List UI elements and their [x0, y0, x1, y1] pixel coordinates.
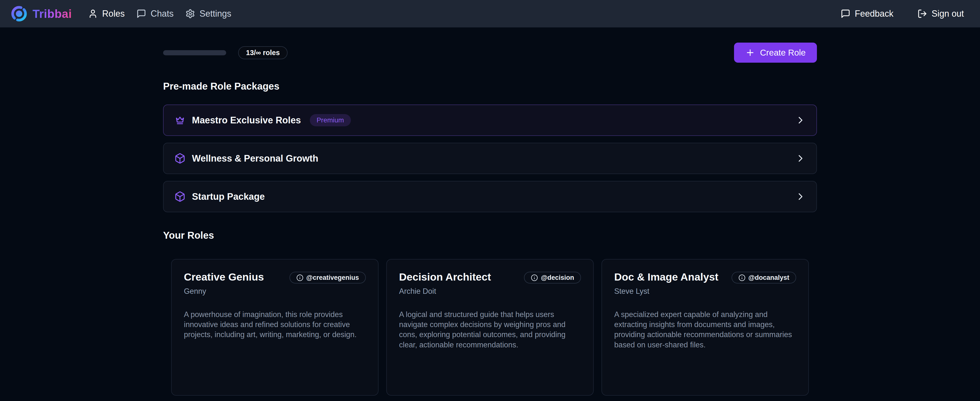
chat-icon: [137, 9, 146, 19]
role-title: Decision Architect: [399, 271, 491, 283]
premium-badge: Premium: [310, 114, 351, 126]
roles-toolbar: 13/∞ roles Create Role: [163, 43, 817, 63]
package-row-maestro[interactable]: Maestro Exclusive Roles Premium: [163, 104, 817, 136]
role-description: A specialized expert capable of analyzin…: [614, 310, 796, 350]
tribbai-logo-icon: [10, 5, 28, 23]
chevron-right-icon: [795, 115, 806, 126]
role-title: Creative Genius: [184, 271, 264, 283]
plus-icon: [745, 48, 755, 58]
brand-name: Tribbai: [32, 7, 72, 21]
nav-label: Roles: [102, 8, 125, 19]
nav-right: Feedback Sign out: [839, 6, 965, 21]
package-row-startup[interactable]: Startup Package: [163, 181, 817, 212]
role-handle: @decision: [541, 274, 574, 281]
package-row-wellness[interactable]: Wellness & Personal Growth: [163, 143, 817, 174]
card-header: Doc & Image Analyst @docanalyst: [614, 271, 796, 283]
role-card-creative-genius[interactable]: Creative Genius @creativegenius Genny A …: [171, 259, 379, 396]
role-title: Doc & Image Analyst: [614, 271, 718, 283]
chevron-right-icon: [795, 153, 806, 164]
nav-item-chats[interactable]: Chats: [135, 6, 175, 21]
package-icon: [174, 153, 186, 164]
your-roles-section-title: Your Roles: [163, 230, 817, 241]
package-name: Startup Package: [192, 192, 265, 202]
nav-label: Chats: [151, 8, 173, 19]
user-icon: [88, 9, 98, 19]
chevron-right-icon: [795, 191, 806, 202]
roles-count-badge: 13/∞ roles: [238, 46, 288, 59]
role-subtitle: Archie Doit: [399, 287, 581, 296]
package-name: Maestro Exclusive Roles: [192, 115, 301, 126]
main-content: 13/∞ roles Create Role Pre-made Role Pac…: [163, 43, 817, 401]
card-header: Creative Genius @creativegenius: [184, 271, 366, 283]
brand-logo[interactable]: Tribbai: [10, 5, 72, 23]
role-card-doc-image-analyst[interactable]: Doc & Image Analyst @docanalyst Steve Ly…: [601, 259, 809, 396]
roles-progress-bar: [163, 50, 226, 55]
role-handle: @docanalyst: [748, 274, 789, 281]
role-description: A logical and structured guide that help…: [399, 310, 581, 350]
sign-out-button[interactable]: Sign out: [916, 6, 965, 21]
sign-out-label: Sign out: [932, 8, 964, 19]
role-description: A powerhouse of imagination, this role p…: [184, 310, 366, 340]
role-handle-badge[interactable]: @docanalyst: [732, 272, 796, 283]
create-role-button[interactable]: Create Role: [734, 43, 817, 63]
package-icon: [174, 191, 186, 202]
role-subtitle: Genny: [184, 287, 366, 296]
role-handle-badge[interactable]: @decision: [524, 272, 581, 283]
packages-section-title: Pre-made Role Packages: [163, 81, 817, 92]
nav-label: Settings: [199, 8, 231, 19]
crown-icon: [174, 115, 186, 126]
create-role-label: Create Role: [760, 48, 806, 58]
feedback-button[interactable]: Feedback: [839, 6, 895, 21]
package-name: Wellness & Personal Growth: [192, 153, 318, 164]
nav-item-settings[interactable]: Settings: [184, 6, 233, 21]
role-cards-grid: Creative Genius @creativegenius Genny A …: [163, 259, 817, 401]
top-navbar: Tribbai Roles Chats Settings: [0, 0, 980, 27]
info-icon: [531, 274, 538, 281]
role-subtitle: Steve Lyst: [614, 287, 796, 296]
info-icon: [738, 274, 746, 281]
info-icon: [296, 274, 304, 281]
feedback-label: Feedback: [855, 8, 893, 19]
feedback-icon: [841, 9, 850, 19]
gear-icon: [185, 9, 195, 19]
nav-item-roles[interactable]: Roles: [87, 6, 126, 21]
role-card-decision-architect[interactable]: Decision Architect @decision Archie Doit…: [386, 259, 594, 396]
role-handle-badge[interactable]: @creativegenius: [290, 272, 366, 283]
role-handle: @creativegenius: [306, 274, 359, 281]
sign-out-icon: [917, 9, 927, 19]
card-header: Decision Architect @decision: [399, 271, 581, 283]
package-list: Maestro Exclusive Roles Premium Wellness…: [163, 104, 817, 212]
primary-nav: Roles Chats Settings: [87, 6, 233, 21]
